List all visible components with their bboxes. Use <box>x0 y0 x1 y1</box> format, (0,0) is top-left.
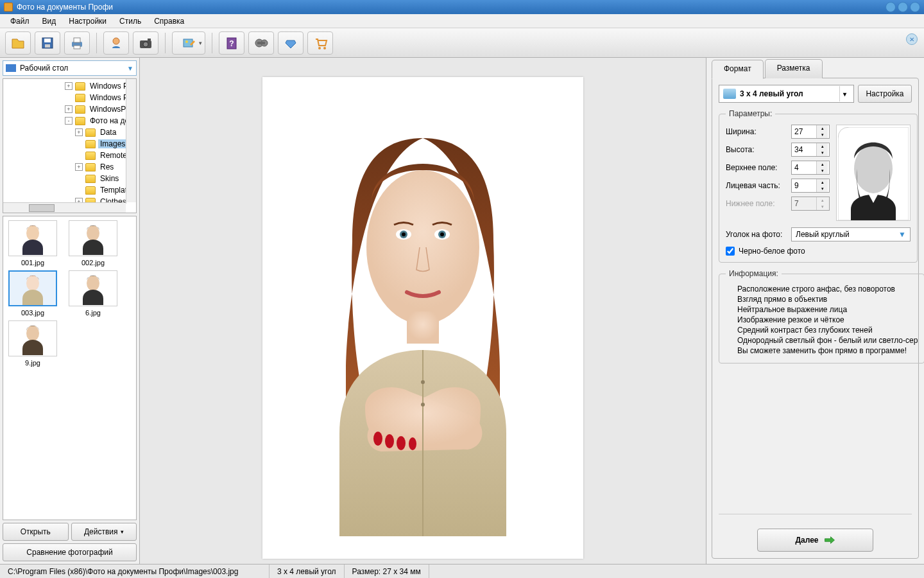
compare-button[interactable]: Сравнение фотографий <box>3 543 137 561</box>
bw-label: Черно-белое фото <box>739 247 805 256</box>
svg-point-23 <box>26 326 39 341</box>
height-label: Высота: <box>726 145 787 154</box>
svg-rect-10 <box>184 39 193 47</box>
menu-settings[interactable]: Настройки <box>62 15 113 28</box>
tab-format[interactable]: Формат <box>712 60 764 79</box>
svg-point-20 <box>87 225 99 241</box>
info-item: Средний контраст без глубоких теней <box>737 326 918 335</box>
thumbnail-item[interactable]: 6.jpg <box>67 270 119 317</box>
top-margin-label: Верхнее поле: <box>726 163 787 172</box>
actions-button[interactable]: Действия <box>71 523 137 541</box>
svg-rect-2 <box>45 44 50 48</box>
menu-style[interactable]: Стиль <box>113 15 148 28</box>
tree-scrollbar-vertical[interactable] <box>126 79 136 202</box>
svg-rect-1 <box>44 39 51 42</box>
info-item: Изображение резкое и чёткое <box>737 315 918 324</box>
menu-view[interactable]: Вид <box>36 15 63 28</box>
toolbar-camera-button[interactable] <box>133 31 158 55</box>
open-button[interactable]: Открыть <box>3 523 69 541</box>
svg-point-31 <box>440 232 444 236</box>
toolbar-print-button[interactable] <box>64 31 90 55</box>
right-panel: Формат Разметка 3 x 4 левый угол ▾ Настр… <box>706 58 924 564</box>
toolbar-video-button[interactable] <box>248 31 274 55</box>
info-item: Однородный светлый фон - белый или светл… <box>737 336 918 345</box>
folder-icon <box>85 175 96 183</box>
tree-item[interactable]: Images <box>21 138 136 150</box>
folder-icon <box>85 152 96 160</box>
toolbar-edit-image-button[interactable] <box>172 31 205 55</box>
dropdown-arrow-icon: ▼ <box>127 65 133 72</box>
toolbar-open-button[interactable] <box>5 31 31 55</box>
menu-file[interactable]: Файл <box>4 15 36 28</box>
panel-close-icon[interactable]: ✕ <box>906 33 918 45</box>
tree-item[interactable]: Remote <box>21 150 136 161</box>
folder-icon <box>85 140 96 148</box>
maximize-button[interactable] <box>898 2 908 12</box>
thumbnail-item[interactable]: 001.jpg <box>7 220 58 267</box>
tree-item[interactable]: -Фото на док <box>21 115 136 127</box>
info-item: Расположение строго анфас, без поворотов <box>737 285 918 293</box>
tree-item[interactable]: Skins <box>21 173 136 184</box>
tabs: Формат Разметка <box>712 59 919 78</box>
thumbnail-label: 002.jpg <box>81 259 105 267</box>
folder-icon <box>75 117 85 125</box>
format-settings-button[interactable]: Настройка <box>858 85 912 103</box>
tree-item[interactable]: Template <box>21 184 136 196</box>
tree-item[interactable]: +Res <box>21 161 136 173</box>
svg-rect-5 <box>74 46 80 49</box>
next-button[interactable]: Далее <box>757 529 873 552</box>
folder-icon <box>75 94 85 102</box>
tree-item[interactable]: +Windows Ph <box>21 80 136 92</box>
bottom-margin-label: Нижнее поле: <box>726 199 787 208</box>
close-button[interactable] <box>910 2 920 12</box>
format-icon <box>723 89 736 99</box>
toolbar-save-button[interactable] <box>35 31 60 55</box>
status-path: C:\Program Files (x86)\Фото на документы… <box>0 565 270 578</box>
svg-point-22 <box>87 276 99 291</box>
info-item: Нейтральное выражение лица <box>737 305 918 314</box>
bw-checkbox[interactable] <box>726 247 735 256</box>
path-dropdown[interactable]: Рабочий стол ▼ <box>3 60 137 76</box>
statusbar: C:\Program Files (x86)\Фото на документы… <box>0 564 924 578</box>
tree-label: Images <box>98 139 127 148</box>
folder-icon <box>85 163 96 171</box>
window-title: Фото на документы Профи <box>17 3 884 12</box>
folder-icon <box>75 105 85 114</box>
width-label: Ширина: <box>726 127 787 136</box>
svg-point-24 <box>366 170 479 324</box>
svg-point-8 <box>143 42 148 47</box>
tab-layout[interactable]: Разметка <box>765 59 823 78</box>
menu-help[interactable]: Справка <box>148 15 191 28</box>
face-part-spinner[interactable]: ▴▾ <box>791 179 830 193</box>
top-margin-spinner[interactable]: ▴▾ <box>791 161 830 175</box>
svg-point-21 <box>26 276 39 291</box>
svg-rect-9 <box>148 39 151 40</box>
tree-item[interactable]: +Data <box>21 127 136 138</box>
toolbar-webcam-button[interactable] <box>103 31 129 55</box>
svg-point-18 <box>323 47 326 49</box>
toolbar-gem-button[interactable] <box>278 31 304 55</box>
parameters-group: Параметры: Ширина:▴▾ Высота:▴▾ Верхнее п… <box>719 109 918 263</box>
corner-dropdown[interactable]: Левый круглый ▼ <box>791 227 911 241</box>
tree-item[interactable]: Windows Po <box>21 92 136 103</box>
folder-icon <box>75 82 85 91</box>
height-spinner[interactable]: ▴▾ <box>791 143 830 157</box>
tree-scrollbar-horizontal[interactable] <box>3 202 126 213</box>
format-dropdown[interactable]: 3 x 4 левый угол ▾ <box>719 85 854 103</box>
thumbnail-item[interactable]: 002.jpg <box>67 220 119 267</box>
status-format: 3 x 4 левый угол <box>270 565 345 578</box>
toolbar-cart-button[interactable] <box>307 31 333 55</box>
width-spinner[interactable]: ▴▾ <box>791 125 830 139</box>
photo-canvas[interactable] <box>262 77 583 559</box>
minimize-button[interactable] <box>886 2 896 12</box>
dropdown-arrow-icon: ▼ <box>898 230 906 239</box>
bottom-margin-spinner: ▴▾ <box>791 197 830 211</box>
tree-item[interactable]: +WindowsPov <box>21 103 136 115</box>
tree-label: Skins <box>98 174 121 183</box>
svg-point-34 <box>397 436 406 450</box>
svg-rect-25 <box>407 311 439 344</box>
thumbnail-item[interactable]: 003.jpg <box>7 270 58 317</box>
thumbnail-item[interactable]: 9.jpg <box>7 320 58 367</box>
toolbar-help-button[interactable]: ? <box>219 31 244 55</box>
info-group: Информация: Расположение строго анфас, б… <box>719 269 924 363</box>
